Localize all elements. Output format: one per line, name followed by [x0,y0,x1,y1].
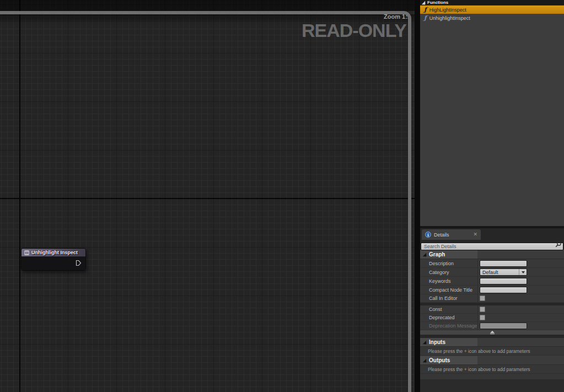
details-empty-area [420,374,564,379]
function-item-unhighlightinspect[interactable]: ƒ UnhighlightInspect [420,14,564,22]
details-tab-label: Details [434,232,470,238]
function-item-highlightinspect[interactable]: ƒ HighLightInspect [420,6,564,14]
inputs-hint-text: Please press the + icon above to add par… [420,347,564,356]
search-icon [555,241,562,248]
grid-origin-vertical-line [19,0,20,392]
tab-details[interactable]: i Details ✕ [422,229,481,240]
outputs-hint-text: Please press the + icon above to add par… [420,365,564,374]
functions-list-empty-area [420,22,564,226]
advanced-collapse-button[interactable] [420,330,564,335]
function-item-label: HighLightInspect [429,7,466,13]
blueprint-editor-window: Zoom 1:1 READ-ONLY Unhighlight Inspect F… [0,0,564,392]
row-deprecation-message: Deprecation Message [420,322,564,330]
node-title: Unhighlight Inspect [31,250,78,255]
collapse-up-icon [490,331,495,334]
expander-triangle-icon [423,253,426,256]
deprecated-checkbox[interactable] [480,315,485,320]
section-header-inputs[interactable]: Inputs [420,338,564,347]
search-details-input[interactable] [421,243,563,250]
function-icon: ƒ [424,7,427,13]
expander-triangle-icon [423,358,426,362]
node-header: Unhighlight Inspect [22,249,85,257]
functions-header-label: Functions [427,0,448,5]
exec-output-pin[interactable] [76,260,82,267]
call-in-editor-checkbox[interactable] [480,296,485,301]
panel-splitter[interactable] [415,0,420,392]
details-search-bar [420,240,564,249]
close-icon[interactable]: ✕ [473,232,477,237]
description-field[interactable] [480,260,527,267]
compact-node-title-field[interactable] [480,287,527,293]
readonly-border-frame [0,11,411,392]
grid-origin-horizontal-line [0,198,415,199]
section-header-graph[interactable]: Graph [420,250,564,259]
expander-triangle-icon [423,340,426,343]
function-item-label: UnhighlightInspect [429,15,470,21]
functions-section-header[interactable]: Functions [420,0,564,6]
row-category: Category Default [420,268,564,277]
function-node-icon [24,250,29,255]
details-info-icon: i [425,232,431,238]
row-deprecated: Deprecated [420,314,564,322]
zoom-level-label: Zoom 1:1 [384,13,411,20]
node-body [22,257,85,271]
section-header-outputs[interactable]: Outputs [420,356,564,365]
node-unhighlight-inspect[interactable]: Unhighlight Inspect [21,248,86,271]
graph-editor-canvas[interactable]: Zoom 1:1 READ-ONLY Unhighlight Inspect [0,0,415,392]
details-tab-bar: i Details ✕ [420,228,564,240]
function-icon: ƒ [424,15,427,21]
row-compact-node-title: Compact Node Title [420,286,564,294]
keywords-field[interactable] [480,278,527,284]
dropdown-arrow-button[interactable] [519,269,527,275]
row-keywords: Keywords [420,277,564,286]
row-call-in-editor: Call In Editor [420,294,564,303]
deprecation-message-field [480,323,527,329]
panel-bottom-area [420,379,564,392]
readonly-watermark: READ-ONLY [302,20,406,41]
right-panel: Functions ƒ HighLightInspect ƒ Unhighlig… [420,0,564,392]
row-const: Const [420,305,564,314]
row-description: Description [420,259,564,268]
graph-top-outside-border [0,0,415,11]
const-checkbox[interactable] [480,307,485,312]
chevron-down-icon [522,271,525,273]
category-dropdown[interactable]: Default [480,269,527,276]
expander-triangle-icon [422,1,425,4]
